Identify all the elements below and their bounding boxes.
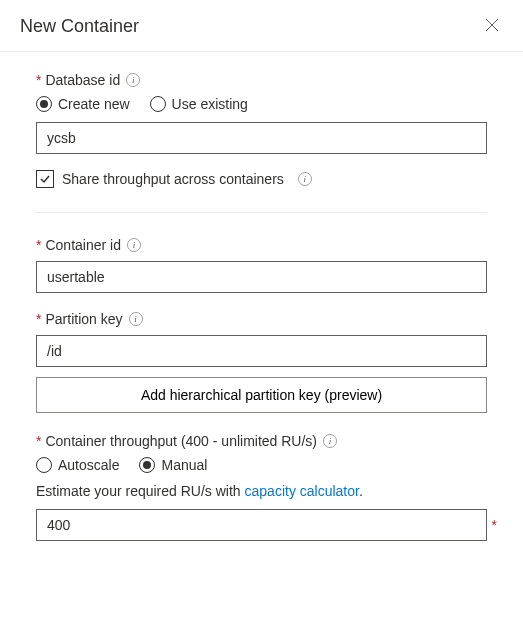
container-id-input[interactable]: [36, 261, 487, 293]
radio-manual-label: Manual: [161, 457, 207, 473]
partition-key-field: * Partition key i Add hierarchical parti…: [36, 311, 487, 413]
throughput-field: * Container throughput (400 - unlimited …: [36, 433, 487, 541]
capacity-calculator-link[interactable]: capacity calculator: [245, 483, 359, 499]
radio-icon: [150, 96, 166, 112]
throughput-input[interactable]: [36, 509, 487, 541]
form-body: * Database id i Create new Use existing …: [0, 52, 523, 573]
required-mark: *: [36, 237, 41, 253]
required-mark: *: [36, 311, 41, 327]
container-id-label-row: * Container id i: [36, 237, 487, 253]
info-icon[interactable]: i: [126, 73, 140, 87]
help-prefix: Estimate your required RU/s with: [36, 483, 245, 499]
checkbox-icon: [36, 170, 54, 188]
required-mark: *: [36, 433, 41, 449]
info-icon[interactable]: i: [298, 172, 312, 186]
throughput-help-text: Estimate your required RU/s with capacit…: [36, 483, 487, 499]
database-id-field: * Database id i Create new Use existing …: [36, 72, 487, 188]
panel-title: New Container: [20, 16, 139, 37]
panel-header: New Container: [0, 0, 523, 52]
info-icon[interactable]: i: [129, 312, 143, 326]
partition-key-label-row: * Partition key i: [36, 311, 487, 327]
radio-autoscale[interactable]: Autoscale: [36, 457, 119, 473]
database-mode-radios: Create new Use existing: [36, 96, 487, 112]
required-mark: *: [36, 72, 41, 88]
throughput-mode-radios: Autoscale Manual: [36, 457, 487, 473]
throughput-label: Container throughput (400 - unlimited RU…: [45, 433, 317, 449]
radio-icon: [36, 457, 52, 473]
throughput-label-row: * Container throughput (400 - unlimited …: [36, 433, 487, 449]
section-divider: [36, 212, 487, 213]
radio-use-existing[interactable]: Use existing: [150, 96, 248, 112]
database-id-input[interactable]: [36, 122, 487, 154]
close-icon: [485, 18, 499, 32]
partition-key-input[interactable]: [36, 335, 487, 367]
share-throughput-label: Share throughput across containers: [62, 171, 284, 187]
partition-key-label: Partition key: [45, 311, 122, 327]
radio-autoscale-label: Autoscale: [58, 457, 119, 473]
database-id-label: Database id: [45, 72, 120, 88]
radio-existing-label: Use existing: [172, 96, 248, 112]
close-button[interactable]: [481, 14, 503, 39]
radio-icon: [36, 96, 52, 112]
container-id-label: Container id: [45, 237, 121, 253]
share-throughput-checkbox[interactable]: Share throughput across containers i: [36, 170, 487, 188]
radio-create-label: Create new: [58, 96, 130, 112]
radio-icon: [139, 457, 155, 473]
container-id-field: * Container id i: [36, 237, 487, 293]
throughput-input-row: *: [36, 509, 487, 541]
add-hierarchical-button[interactable]: Add hierarchical partition key (preview): [36, 377, 487, 413]
help-suffix: .: [359, 483, 363, 499]
info-icon[interactable]: i: [127, 238, 141, 252]
required-mark: *: [492, 517, 497, 533]
database-id-label-row: * Database id i: [36, 72, 487, 88]
radio-manual[interactable]: Manual: [139, 457, 207, 473]
radio-create-new[interactable]: Create new: [36, 96, 130, 112]
info-icon[interactable]: i: [323, 434, 337, 448]
